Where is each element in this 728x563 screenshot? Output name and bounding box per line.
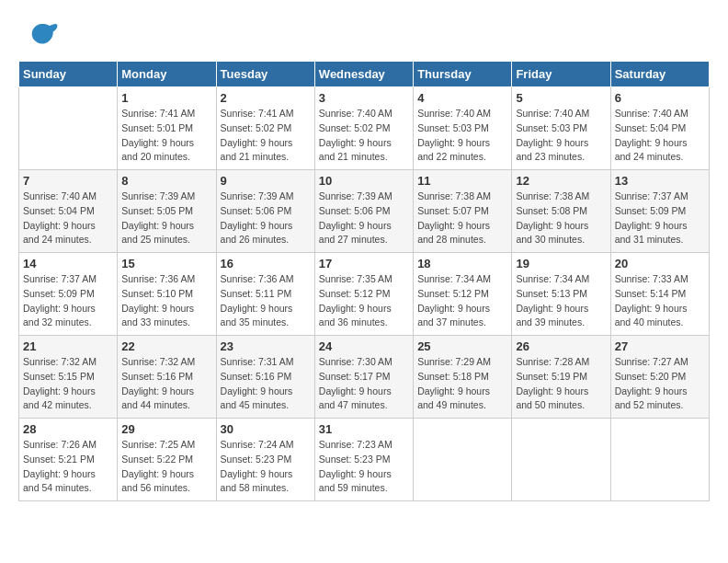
day-info: Sunrise: 7:40 AMSunset: 5:04 PMDaylight:…: [23, 190, 113, 247]
day-info: Sunrise: 7:27 AMSunset: 5:20 PMDaylight:…: [615, 355, 705, 413]
day-number: 19: [516, 257, 606, 270]
calendar-week-row: 21Sunrise: 7:32 AMSunset: 5:15 PMDayligh…: [19, 336, 710, 419]
day-info: Sunrise: 7:34 AMSunset: 5:12 PMDaylight:…: [417, 272, 507, 330]
calendar-cell: 13Sunrise: 7:37 AMSunset: 5:09 PMDayligh…: [610, 170, 709, 253]
day-info: Sunrise: 7:40 AMSunset: 5:04 PMDaylight:…: [615, 107, 705, 165]
day-header-thursday: Thursday: [414, 62, 512, 87]
day-number: 2: [221, 91, 311, 105]
day-header-saturday: Saturday: [610, 62, 709, 87]
day-number: 31: [319, 422, 409, 436]
calendar-cell: 29Sunrise: 7:25 AMSunset: 5:22 PMDayligh…: [118, 419, 216, 501]
day-number: 22: [121, 339, 211, 353]
calendar-cell: 30Sunrise: 7:24 AMSunset: 5:23 PMDayligh…: [216, 419, 314, 501]
day-info: Sunrise: 7:32 AMSunset: 5:16 PMDaylight:…: [121, 355, 211, 413]
day-info: Sunrise: 7:37 AMSunset: 5:09 PMDaylight:…: [23, 272, 113, 330]
day-info: Sunrise: 7:40 AMSunset: 5:02 PMDaylight:…: [319, 107, 409, 165]
day-number: 20: [615, 257, 705, 270]
day-info: Sunrise: 7:40 AMSunset: 5:03 PMDaylight:…: [516, 107, 606, 165]
day-info: Sunrise: 7:29 AMSunset: 5:18 PMDaylight:…: [417, 355, 507, 413]
day-number: 30: [221, 422, 311, 436]
day-number: 17: [319, 257, 409, 270]
day-info: Sunrise: 7:41 AMSunset: 5:02 PMDaylight:…: [221, 107, 311, 165]
day-info: Sunrise: 7:23 AMSunset: 5:23 PMDaylight:…: [319, 438, 409, 496]
day-number: 7: [23, 174, 113, 188]
day-number: 10: [319, 174, 409, 188]
day-info: Sunrise: 7:32 AMSunset: 5:15 PMDaylight:…: [23, 355, 113, 413]
calendar-cell: 2Sunrise: 7:41 AMSunset: 5:02 PMDaylight…: [216, 87, 314, 170]
calendar-week-row: 14Sunrise: 7:37 AMSunset: 5:09 PMDayligh…: [19, 253, 710, 336]
calendar-header-row: SundayMondayTuesdayWednesdayThursdayFrid…: [19, 62, 710, 87]
day-info: Sunrise: 7:34 AMSunset: 5:13 PMDaylight:…: [516, 272, 606, 330]
calendar-cell: 17Sunrise: 7:35 AMSunset: 5:12 PMDayligh…: [314, 253, 413, 336]
day-number: 18: [417, 257, 507, 270]
day-info: Sunrise: 7:35 AMSunset: 5:12 PMDaylight:…: [319, 272, 409, 330]
calendar-cell: 15Sunrise: 7:36 AMSunset: 5:10 PMDayligh…: [118, 253, 216, 336]
day-info: Sunrise: 7:40 AMSunset: 5:03 PMDaylight:…: [417, 107, 507, 165]
calendar-week-row: 7Sunrise: 7:40 AMSunset: 5:04 PMDaylight…: [19, 170, 710, 253]
calendar-cell: 21Sunrise: 7:32 AMSunset: 5:15 PMDayligh…: [19, 336, 118, 419]
day-header-tuesday: Tuesday: [216, 62, 314, 87]
day-info: Sunrise: 7:30 AMSunset: 5:17 PMDaylight:…: [319, 355, 409, 413]
day-header-monday: Monday: [118, 62, 216, 87]
calendar-cell: 31Sunrise: 7:23 AMSunset: 5:23 PMDayligh…: [314, 419, 413, 501]
calendar-cell: 20Sunrise: 7:33 AMSunset: 5:14 PMDayligh…: [610, 253, 709, 336]
calendar-cell: [512, 419, 610, 501]
day-number: 13: [615, 174, 705, 188]
calendar-cell: [19, 87, 118, 170]
day-header-sunday: Sunday: [19, 62, 118, 87]
day-number: 6: [615, 91, 705, 105]
calendar-cell: 4Sunrise: 7:40 AMSunset: 5:03 PMDaylight…: [414, 87, 512, 170]
calendar-table: SundayMondayTuesdayWednesdayThursdayFrid…: [18, 61, 710, 501]
calendar-week-row: 28Sunrise: 7:26 AMSunset: 5:21 PMDayligh…: [19, 419, 710, 501]
logo-bird-icon: [26, 18, 59, 52]
calendar-cell: [414, 419, 512, 501]
calendar-cell: 6Sunrise: 7:40 AMSunset: 5:04 PMDaylight…: [610, 87, 709, 170]
day-number: 9: [221, 174, 311, 188]
calendar-cell: 5Sunrise: 7:40 AMSunset: 5:03 PMDaylight…: [512, 87, 610, 170]
day-number: 15: [121, 257, 211, 270]
calendar-cell: 28Sunrise: 7:26 AMSunset: 5:21 PMDayligh…: [19, 419, 118, 501]
day-number: 28: [23, 422, 113, 436]
calendar-cell: 1Sunrise: 7:41 AMSunset: 5:01 PMDaylight…: [118, 87, 216, 170]
calendar-cell: 16Sunrise: 7:36 AMSunset: 5:11 PMDayligh…: [216, 253, 314, 336]
calendar-week-row: 1Sunrise: 7:41 AMSunset: 5:01 PMDaylight…: [19, 87, 710, 170]
day-number: 21: [23, 339, 113, 353]
calendar-cell: 24Sunrise: 7:30 AMSunset: 5:17 PMDayligh…: [314, 336, 413, 419]
logo: [18, 18, 59, 52]
day-number: 4: [417, 91, 507, 105]
day-info: Sunrise: 7:39 AMSunset: 5:05 PMDaylight:…: [121, 190, 211, 247]
calendar-cell: 14Sunrise: 7:37 AMSunset: 5:09 PMDayligh…: [19, 253, 118, 336]
calendar-cell: 22Sunrise: 7:32 AMSunset: 5:16 PMDayligh…: [118, 336, 216, 419]
day-number: 11: [417, 174, 507, 188]
day-info: Sunrise: 7:38 AMSunset: 5:08 PMDaylight:…: [516, 190, 606, 247]
day-number: 5: [516, 91, 606, 105]
calendar-cell: 18Sunrise: 7:34 AMSunset: 5:12 PMDayligh…: [414, 253, 512, 336]
calendar-cell: 8Sunrise: 7:39 AMSunset: 5:05 PMDaylight…: [118, 170, 216, 253]
day-info: Sunrise: 7:36 AMSunset: 5:11 PMDaylight:…: [221, 272, 311, 330]
day-number: 27: [615, 339, 705, 353]
day-number: 16: [221, 257, 311, 270]
day-number: 25: [417, 339, 507, 353]
day-number: 3: [319, 91, 409, 105]
day-number: 24: [319, 339, 409, 353]
day-number: 14: [23, 257, 113, 270]
calendar-cell: [610, 419, 709, 501]
calendar-cell: 10Sunrise: 7:39 AMSunset: 5:06 PMDayligh…: [314, 170, 413, 253]
day-header-friday: Friday: [512, 62, 610, 87]
calendar-cell: 27Sunrise: 7:27 AMSunset: 5:20 PMDayligh…: [610, 336, 709, 419]
day-info: Sunrise: 7:41 AMSunset: 5:01 PMDaylight:…: [121, 107, 211, 165]
calendar-cell: 25Sunrise: 7:29 AMSunset: 5:18 PMDayligh…: [414, 336, 512, 419]
day-info: Sunrise: 7:37 AMSunset: 5:09 PMDaylight:…: [615, 190, 705, 247]
day-number: 12: [516, 174, 606, 188]
calendar-cell: 26Sunrise: 7:28 AMSunset: 5:19 PMDayligh…: [512, 336, 610, 419]
day-number: 8: [121, 174, 211, 188]
day-info: Sunrise: 7:39 AMSunset: 5:06 PMDaylight:…: [221, 190, 311, 247]
calendar-cell: 3Sunrise: 7:40 AMSunset: 5:02 PMDaylight…: [314, 87, 413, 170]
header: [18, 18, 710, 52]
day-info: Sunrise: 7:31 AMSunset: 5:16 PMDaylight:…: [221, 355, 311, 413]
day-info: Sunrise: 7:36 AMSunset: 5:10 PMDaylight:…: [121, 272, 211, 330]
day-info: Sunrise: 7:33 AMSunset: 5:14 PMDaylight:…: [615, 272, 705, 330]
calendar-cell: 7Sunrise: 7:40 AMSunset: 5:04 PMDaylight…: [19, 170, 118, 253]
day-number: 23: [221, 339, 311, 353]
day-number: 26: [516, 339, 606, 353]
